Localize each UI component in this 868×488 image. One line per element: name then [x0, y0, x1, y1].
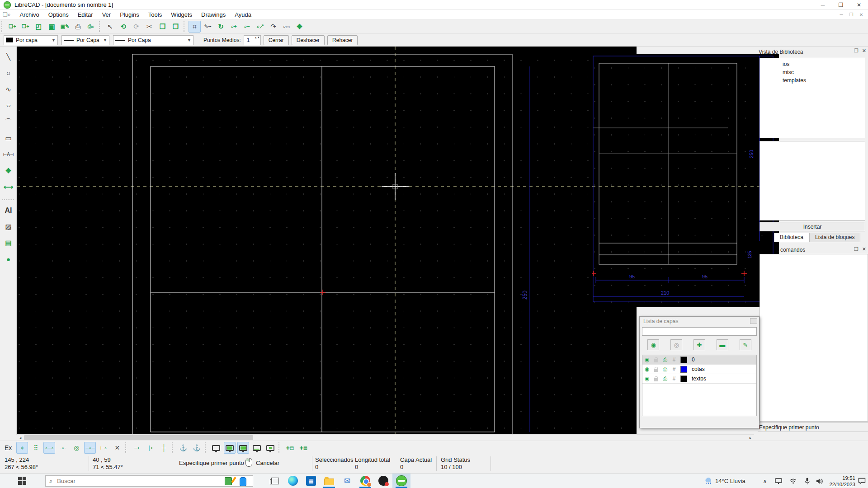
hide-all-layers-button[interactable]: ◎	[670, 339, 682, 350]
scroll-right-arrow-icon[interactable]: ▸	[747, 435, 754, 441]
snap-free-icon[interactable]: ⌖	[16, 442, 28, 454]
maximize-button[interactable]: ❐	[832, 0, 850, 10]
microphone-icon[interactable]	[802, 474, 812, 488]
restrict-vertical-icon[interactable]: │•	[144, 442, 156, 454]
horizontal-scrollbar[interactable]: ◂ ▸	[17, 434, 754, 441]
move-rotate-tool-icon[interactable]: ✥	[2, 164, 15, 177]
draft-view-3-icon[interactable]	[237, 442, 249, 454]
menu-options[interactable]: Options	[44, 10, 73, 19]
library-folder-misc[interactable]: misc	[760, 68, 865, 76]
layer-color-swatch[interactable]	[680, 366, 687, 373]
dock-panel-button[interactable]	[750, 318, 757, 324]
notifications-icon[interactable]	[856, 474, 867, 488]
add-snap-toolbar-icon[interactable]: ✚▦	[297, 442, 309, 454]
weather-text[interactable]: 14°C Lluvia	[715, 474, 751, 488]
chrome-app-icon[interactable]	[356, 474, 374, 488]
layer-row[interactable]: ◉⎙#0	[642, 355, 756, 365]
spinner-arrows-icon[interactable]: ▲▼	[255, 36, 260, 39]
layer-color-swatch[interactable]	[680, 357, 687, 363]
float-panel-icon[interactable]: ❐	[854, 246, 859, 252]
layer-filter-input[interactable]	[642, 327, 757, 336]
show-all-layers-button[interactable]: ◉	[647, 339, 659, 350]
exclusive-snap-button[interactable]: Ex	[5, 444, 12, 451]
close-action-button[interactable]: Cerrar	[264, 35, 289, 45]
cut-icon[interactable]: ✂	[143, 21, 156, 33]
draft-mode-icon[interactable]: ✎╌	[202, 21, 214, 33]
menu-widgets[interactable]: Widgets	[166, 10, 197, 19]
scrollbar-thumb[interactable]	[24, 435, 253, 440]
search-input[interactable]	[56, 477, 249, 485]
media-app-icon[interactable]	[374, 474, 392, 488]
snap-middle-icon[interactable]: ─∘─	[84, 442, 96, 454]
auto-zoom-icon[interactable]: ⌕↗	[254, 21, 266, 33]
set-relative-zero-icon[interactable]: ⚓	[177, 442, 189, 454]
volume-icon[interactable]	[814, 474, 826, 488]
redo-icon[interactable]: ⟳	[130, 21, 142, 33]
menu-drawings[interactable]: Drawings	[197, 10, 230, 19]
restrict-horizontal-icon[interactable]: ─•	[131, 442, 142, 454]
dimension-tool-icon[interactable]: ⟷	[2, 180, 15, 193]
wifi-icon[interactable]	[788, 474, 798, 488]
file-explorer-app-icon[interactable]	[320, 474, 338, 488]
tab-biblioteca[interactable]: Biblioteca	[774, 233, 809, 242]
tab-lista-de-bloques[interactable]: Lista de bloques	[809, 233, 860, 242]
new-from-template-icon[interactable]: ❐+	[19, 21, 32, 33]
restrict-orthogonal-icon[interactable]: ┼	[158, 442, 170, 454]
mail-app-icon[interactable]: ✉	[338, 474, 356, 488]
layer-print-icon[interactable]: ⎙	[660, 357, 670, 363]
linetype-combobox[interactable]: Por Capa ▼	[113, 35, 193, 45]
close-button[interactable]: ✕	[850, 0, 868, 10]
minimize-button[interactable]: ─	[814, 0, 832, 10]
start-button[interactable]	[18, 477, 26, 485]
layer-lock-icon[interactable]	[651, 367, 660, 372]
layer-visible-icon[interactable]: ◉	[642, 375, 651, 382]
spline-tool-icon[interactable]: ∿	[2, 83, 15, 96]
snap-grid-icon[interactable]: ⠿	[30, 442, 42, 454]
menu-editar[interactable]: Editar	[73, 10, 98, 19]
draft-view-4-icon[interactable]	[251, 442, 263, 454]
save-as-icon[interactable]: ▣✎	[59, 21, 71, 33]
point-tool-icon[interactable]: ●	[2, 253, 15, 266]
line-tool-icon[interactable]: ╲	[2, 50, 15, 63]
zoom-in-icon[interactable]: ⌕+	[228, 21, 240, 33]
layer-lock-icon[interactable]	[651, 376, 660, 381]
layer-visible-icon[interactable]: ◉	[642, 357, 651, 363]
image-tool-icon[interactable]: ▤	[2, 236, 15, 249]
lock-relative-zero-icon[interactable]: ⚓	[191, 442, 203, 454]
draft-view-1-icon[interactable]	[210, 442, 222, 454]
clock[interactable]: 19:51 22/10/2023	[826, 474, 855, 488]
grid-toggle-icon[interactable]: ⌗	[189, 21, 201, 33]
redraw-icon[interactable]: ↻	[215, 21, 227, 33]
librecad-app-icon[interactable]	[392, 474, 410, 488]
cast-icon[interactable]	[773, 474, 784, 488]
layer-construction-icon[interactable]: #	[670, 357, 679, 363]
mdi-minimize-button[interactable]: ─	[836, 10, 846, 19]
close-panel-icon[interactable]: ✕	[862, 48, 866, 54]
edge-app-icon[interactable]	[284, 474, 302, 488]
zoom-window-icon[interactable]: ⌕▭	[280, 21, 292, 33]
dimension-text-tool-icon[interactable]: ⊢A⊣	[2, 148, 15, 161]
layer-construction-icon[interactable]: #	[670, 366, 679, 372]
layer-print-icon[interactable]: ⎙	[660, 375, 670, 382]
color-combobox[interactable]: Por capa ▼	[4, 35, 58, 45]
print-preview-icon[interactable]: ⎙⌕	[85, 21, 97, 33]
layer-visible-icon[interactable]: ◉	[642, 366, 651, 372]
task-view-button[interactable]	[266, 474, 284, 488]
remove-layer-button[interactable]: ▬	[717, 339, 728, 350]
previous-view-icon[interactable]: ↷	[267, 21, 279, 33]
print-icon[interactable]: ⎙	[72, 21, 84, 33]
layer-row[interactable]: ◉⎙#cotas	[642, 365, 756, 374]
drawing-canvas[interactable]: 250	[17, 47, 637, 434]
mdi-restore-button[interactable]: ❐	[846, 10, 856, 19]
paste-icon[interactable]: ❒	[170, 21, 182, 33]
undo-button[interactable]: Deshacer	[292, 35, 325, 45]
taskbar-search[interactable]: ⌕	[45, 475, 253, 487]
ellipse-tool-icon[interactable]: ○	[2, 99, 15, 112]
layer-construction-icon[interactable]: #	[670, 375, 679, 382]
midpoints-spinner[interactable]: 1 ▲▼	[244, 35, 261, 45]
command-history[interactable]	[760, 254, 868, 422]
layer-table[interactable]: ◉⎙#0◉⎙#cotas◉⎙#textos	[642, 355, 757, 416]
new-document-icon[interactable]: ❏+	[6, 21, 19, 33]
pan-icon[interactable]: ✥	[293, 21, 306, 33]
draft-view-2-icon[interactable]	[224, 442, 236, 454]
